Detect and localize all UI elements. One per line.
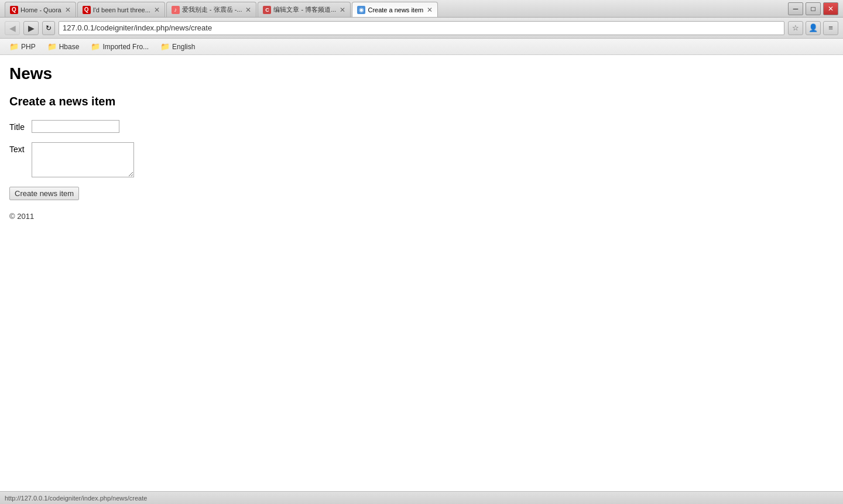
bookmark-label-php: PHP xyxy=(21,43,36,51)
tab-label-music: 爱我别走 - 张震岳 -... xyxy=(182,5,242,14)
form-heading: Create a news item xyxy=(9,95,834,108)
tab-quora[interactable]: Q Home - Quora ✕ xyxy=(5,2,76,17)
text-textarea[interactable] xyxy=(32,142,134,177)
submit-row: Create news item xyxy=(9,187,834,200)
create-news-button[interactable]: Create news item xyxy=(9,187,79,200)
folder-icon-hbase: 📁 xyxy=(47,42,57,51)
bookmark-php[interactable]: 📁 PHP xyxy=(5,41,40,52)
reload-button[interactable]: ↻ xyxy=(42,21,55,35)
tab-close-create-news[interactable]: ✕ xyxy=(427,6,433,14)
tab-hurt[interactable]: Q I'd been hurt three... ✕ xyxy=(77,2,165,17)
text-row: Text xyxy=(9,142,834,177)
bookmark-label-imported: Imported Fro... xyxy=(102,43,149,51)
tab-music[interactable]: ♪ 爱我别走 - 张震岳 -... ✕ xyxy=(166,2,257,17)
bookmark-label-hbase: Hbase xyxy=(59,43,80,51)
page-heading: News xyxy=(9,64,834,83)
browser-window: Q Home - Quora ✕ Q I'd been hurt three..… xyxy=(0,0,843,504)
bookmark-label-english: English xyxy=(172,43,195,51)
footer-text: © 2011 xyxy=(9,212,834,221)
status-bar: http://127.0.0.1/codeigniter/index.php/n… xyxy=(0,491,843,504)
folder-icon-english: 📁 xyxy=(160,42,170,51)
tab-close-cnblog[interactable]: ✕ xyxy=(340,6,345,14)
folder-icon-php: 📁 xyxy=(9,42,19,51)
tab-favicon-hurt: Q xyxy=(83,6,91,14)
tab-label-cnblog: 编辑文章 - 博客频道... xyxy=(273,5,336,14)
minimize-button[interactable]: ─ xyxy=(788,2,803,15)
toolbar-icons: ☆ 👤 ≡ xyxy=(788,21,838,35)
address-input[interactable] xyxy=(59,21,784,35)
text-label: Text xyxy=(9,142,27,154)
tab-favicon-cnblog: C xyxy=(263,6,271,14)
close-button[interactable]: ✕ xyxy=(823,2,838,15)
page-content: News Create a news item Title Text Creat… xyxy=(0,55,843,491)
tabs-row: Q Home - Quora ✕ Q I'd been hurt three..… xyxy=(5,0,783,17)
window-controls: ─ □ ✕ xyxy=(788,2,838,15)
profile-button[interactable]: 👤 xyxy=(806,21,821,35)
tab-label-hurt: I'd been hurt three... xyxy=(93,6,150,13)
bookmark-english[interactable]: 📁 English xyxy=(156,41,200,52)
address-bar-row: ◀ ▶ ↻ ☆ 👤 ≡ xyxy=(0,18,843,39)
status-text: http://127.0.0.1/codeigniter/index.php/n… xyxy=(5,495,147,502)
tab-create-news[interactable]: ◉ Create a news item ✕ xyxy=(352,2,438,17)
title-label: Title xyxy=(9,120,27,132)
menu-button[interactable]: ≡ xyxy=(823,21,838,35)
bookmark-imported[interactable]: 📁 Imported Fro... xyxy=(86,41,153,52)
bookmark-hbase[interactable]: 📁 Hbase xyxy=(43,41,84,52)
tab-close-hurt[interactable]: ✕ xyxy=(154,6,160,14)
bookmark-star-button[interactable]: ☆ xyxy=(788,21,803,35)
title-bar: Q Home - Quora ✕ Q I'd been hurt three..… xyxy=(0,0,843,18)
tab-favicon-music: ♪ xyxy=(172,6,180,14)
maximize-button[interactable]: □ xyxy=(806,2,821,15)
title-input[interactable] xyxy=(32,120,119,133)
tab-label-quora: Home - Quora xyxy=(20,6,61,13)
back-button[interactable]: ◀ xyxy=(5,21,20,35)
tab-close-quora[interactable]: ✕ xyxy=(65,6,71,14)
forward-button[interactable]: ▶ xyxy=(23,21,39,35)
title-row: Title xyxy=(9,120,834,133)
tab-favicon-create-news: ◉ xyxy=(357,6,365,14)
tab-label-create-news: Create a news item xyxy=(368,6,423,13)
tab-favicon-quora: Q xyxy=(10,6,18,14)
bookmarks-bar: 📁 PHP 📁 Hbase 📁 Imported Fro... 📁 Englis… xyxy=(0,39,843,55)
tab-cnblog[interactable]: C 编辑文章 - 博客频道... ✕ xyxy=(258,2,351,17)
tab-close-music[interactable]: ✕ xyxy=(245,6,251,14)
folder-icon-imported: 📁 xyxy=(91,42,100,51)
